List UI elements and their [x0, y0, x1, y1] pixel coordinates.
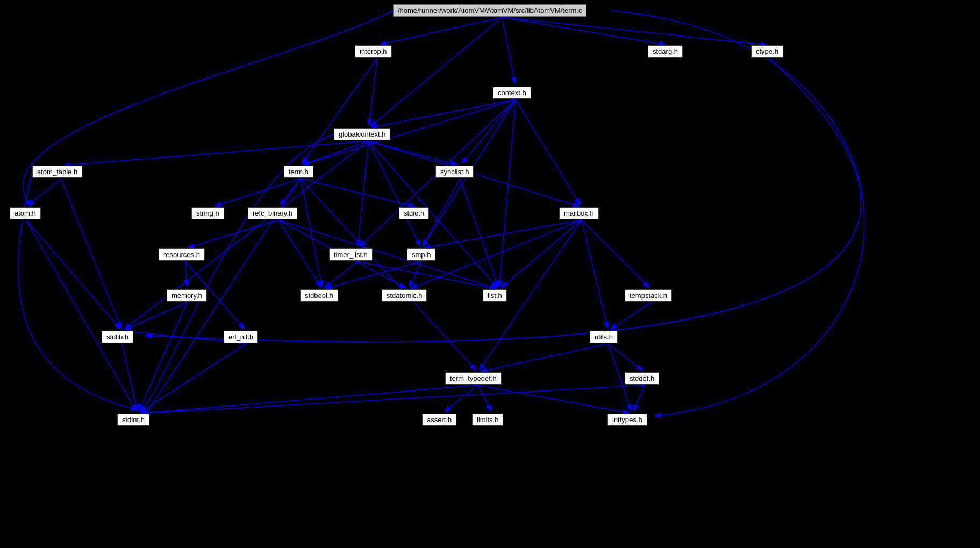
limits-h-node: limits.h [472, 414, 503, 426]
erl-nif-h-node: erl_nif.h [224, 331, 258, 343]
synclist-h-node: synclist.h [435, 166, 474, 178]
utils-h-node: utils.h [590, 331, 618, 343]
stdatomic-h-node: stdatomic.h [382, 289, 427, 302]
mailbox-h-node: mailbox.h [559, 207, 599, 219]
tempstack-h-node: tempstack.h [625, 289, 672, 302]
context-h-node: context.h [493, 87, 531, 99]
list-h-node: list.h [483, 289, 507, 302]
smp-h-node: smp.h [407, 248, 435, 261]
memory-h-node: memory.h [167, 289, 207, 302]
stdbool-h-node: stdbool.h [300, 289, 338, 302]
interop-h-node: interop.h [355, 45, 392, 58]
atom-h-node: atom.h [10, 207, 41, 219]
atom-table-h-node: atom_table.h [32, 166, 82, 178]
term-typedef-h-node: term_typedef.h [445, 372, 502, 385]
inttypes-h-node: inttypes.h [607, 414, 647, 426]
stdarg-h-node: stdarg.h [648, 45, 683, 58]
term-h-node: term.h [284, 166, 313, 178]
globalcontext-h-node: globalcontext.h [334, 128, 390, 140]
stdlib-h-node: stdlib.h [102, 331, 133, 343]
stdio-h-node: stdio.h [399, 207, 429, 219]
ctype-h-node: ctype.h [751, 45, 783, 58]
stdint-h-node: stdint.h [117, 414, 149, 426]
assert-h-node: assert.h [422, 414, 456, 426]
refc-binary-h-node: refc_binary.h [248, 207, 297, 219]
term-c-node: /home/runner/work/AtomVM/AtomVM/src/libA… [393, 4, 586, 17]
stddef-h-node: stddef.h [625, 372, 659, 385]
string-h-node: string.h [191, 207, 224, 219]
timer-list-h-node: timer_list.h [329, 248, 373, 261]
resources-h-node: resources.h [159, 248, 205, 261]
